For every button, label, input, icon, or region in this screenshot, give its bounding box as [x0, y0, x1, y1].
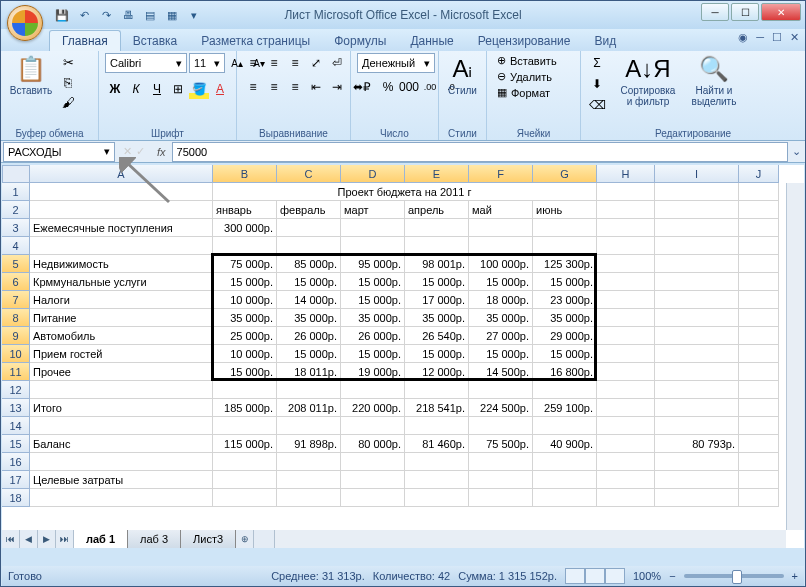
cell[interactable] [739, 237, 779, 255]
cell[interactable]: 18 011р. [277, 363, 341, 381]
row-header[interactable]: 13 [2, 399, 30, 417]
row-header[interactable]: 14 [2, 417, 30, 435]
cell[interactable]: 15 000р. [277, 345, 341, 363]
cell[interactable]: 75 500р. [469, 435, 533, 453]
cell[interactable]: Питание [30, 309, 213, 327]
cell[interactable] [30, 489, 213, 507]
cell[interactable]: 35 000р. [405, 309, 469, 327]
cell[interactable]: 25 000р. [213, 327, 277, 345]
cell[interactable] [469, 381, 533, 399]
sort-filter-button[interactable]: А↓Я Сортировка и фильтр [615, 53, 681, 109]
cell[interactable]: Прочее [30, 363, 213, 381]
cell[interactable] [213, 381, 277, 399]
cell[interactable] [597, 381, 655, 399]
cell[interactable] [277, 417, 341, 435]
tab-formulas[interactable]: Формулы [322, 31, 398, 51]
insert-cells-button[interactable]: ⊕Вставить [493, 53, 561, 68]
cell[interactable] [739, 345, 779, 363]
cell[interactable]: 80 000р. [341, 435, 405, 453]
cell[interactable] [597, 219, 655, 237]
cell[interactable] [739, 219, 779, 237]
cell[interactable]: 17 000р. [405, 291, 469, 309]
close-button[interactable]: ✕ [761, 3, 801, 21]
cell[interactable] [655, 453, 739, 471]
cell[interactable] [213, 489, 277, 507]
col-header[interactable]: A [30, 165, 213, 183]
col-header[interactable]: B [213, 165, 277, 183]
cell[interactable]: 208 011р. [277, 399, 341, 417]
cell[interactable] [739, 291, 779, 309]
cell[interactable]: 10 000р. [213, 291, 277, 309]
cell[interactable] [30, 237, 213, 255]
cell[interactable] [597, 417, 655, 435]
find-select-button[interactable]: 🔍 Найти и выделить [685, 53, 743, 109]
cell[interactable] [213, 471, 277, 489]
cell[interactable]: 85 000р. [277, 255, 341, 273]
name-box[interactable]: РАСХОДЫ▾ [3, 142, 115, 162]
cell[interactable] [341, 453, 405, 471]
italic-icon[interactable]: К [126, 79, 146, 99]
vertical-scrollbar[interactable] [786, 183, 804, 530]
maximize-button[interactable]: ☐ [731, 3, 759, 21]
cell[interactable] [533, 417, 597, 435]
cell[interactable]: Целевые затраты [30, 471, 213, 489]
cell[interactable] [277, 471, 341, 489]
cell[interactable] [405, 417, 469, 435]
cell[interactable] [469, 489, 533, 507]
cell[interactable]: Крммунальные услуги [30, 273, 213, 291]
sheet-tab[interactable]: Лист3 [181, 530, 236, 548]
help-icon[interactable]: ◉ [738, 31, 748, 44]
cell[interactable]: Итого [30, 399, 213, 417]
cell[interactable]: 15 000р. [469, 273, 533, 291]
cell[interactable]: Ежемесячные поступления [30, 219, 213, 237]
prev-sheet-icon[interactable]: ◀ [20, 530, 38, 548]
cell[interactable]: 224 500р. [469, 399, 533, 417]
align-bottom-icon[interactable]: ≡ [285, 53, 305, 73]
format-painter-icon[interactable]: 🖌 [59, 93, 77, 111]
cell[interactable] [277, 381, 341, 399]
cell[interactable]: 14 500р. [469, 363, 533, 381]
cell[interactable]: 35 000р. [341, 309, 405, 327]
tab-home[interactable]: Главная [49, 30, 121, 51]
cell[interactable]: 10 000р. [213, 345, 277, 363]
col-header[interactable]: C [277, 165, 341, 183]
cell[interactable] [655, 417, 739, 435]
col-header[interactable]: E [405, 165, 469, 183]
cell[interactable]: 15 000р. [341, 273, 405, 291]
cell[interactable] [30, 417, 213, 435]
cell[interactable]: 15 000р. [469, 345, 533, 363]
cell[interactable] [739, 453, 779, 471]
cell[interactable] [655, 471, 739, 489]
cell[interactable] [597, 327, 655, 345]
align-center-icon[interactable]: ≡ [264, 77, 284, 97]
orientation-icon[interactable]: ⤢ [306, 53, 326, 73]
cell[interactable] [341, 489, 405, 507]
currency-icon[interactable]: ₽ [357, 77, 377, 97]
fx-icon[interactable]: fx [151, 146, 172, 158]
cell[interactable] [739, 183, 779, 201]
cell[interactable] [277, 489, 341, 507]
enter-icon[interactable]: ✓ [136, 145, 145, 158]
row-header[interactable]: 6 [2, 273, 30, 291]
cell[interactable]: 35 000р. [533, 309, 597, 327]
cell[interactable]: 35 000р. [469, 309, 533, 327]
save-icon[interactable]: 💾 [53, 6, 71, 24]
cell[interactable] [405, 471, 469, 489]
align-right-icon[interactable]: ≡ [285, 77, 305, 97]
new-sheet-icon[interactable]: ⊕ [236, 530, 254, 548]
styles-button[interactable]: Aᵢ Стили [445, 53, 480, 98]
cell[interactable] [341, 417, 405, 435]
cell[interactable] [739, 417, 779, 435]
row-header[interactable]: 7 [2, 291, 30, 309]
cell[interactable] [533, 471, 597, 489]
cell[interactable] [533, 453, 597, 471]
cell[interactable]: 23 000р. [533, 291, 597, 309]
cell[interactable]: январь [213, 201, 277, 219]
cell[interactable] [655, 291, 739, 309]
cell[interactable]: Недвижимость [30, 255, 213, 273]
cell[interactable]: Баланс [30, 435, 213, 453]
align-top-icon[interactable]: ≡ [243, 53, 263, 73]
cell[interactable]: июнь [533, 201, 597, 219]
qat-icon[interactable]: ▤ [141, 6, 159, 24]
zoom-in-icon[interactable]: + [792, 570, 798, 582]
